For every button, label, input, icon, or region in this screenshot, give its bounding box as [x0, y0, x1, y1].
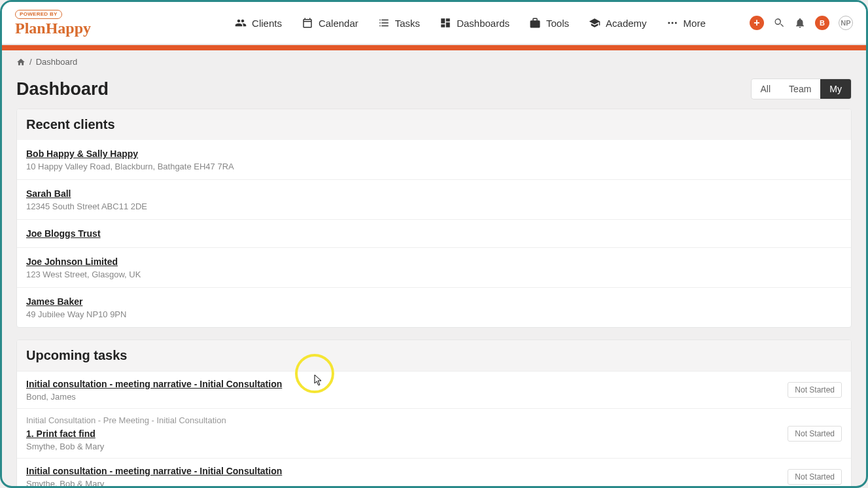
- task-item: Initial consultation - meeting narrative…: [17, 458, 851, 488]
- client-item: Bob Happy & Sally Happy10 Happy Valley R…: [17, 140, 851, 179]
- nav-clients-label: Clients: [252, 18, 282, 29]
- logo[interactable]: POWERED BY PlanHappy: [15, 10, 91, 36]
- task-status: Not Started: [788, 382, 842, 398]
- breadcrumb-separator: /: [29, 57, 32, 67]
- avatar-badge-2[interactable]: NP: [839, 16, 853, 30]
- search-button[interactable]: [773, 17, 785, 29]
- tab-my[interactable]: My: [820, 79, 851, 99]
- tab-team[interactable]: Team: [780, 79, 820, 99]
- header-right: + B NP: [750, 16, 853, 30]
- nav-calendar[interactable]: Calendar: [302, 17, 358, 29]
- recent-clients-panel: Recent clients Bob Happy & Sally Happy10…: [16, 109, 852, 328]
- recent-clients-header: Recent clients: [17, 109, 851, 140]
- page-title: Dashboard: [16, 79, 109, 99]
- search-icon: [773, 17, 785, 29]
- client-name-link[interactable]: Sarah Ball: [26, 188, 71, 199]
- nav-tasks[interactable]: Tasks: [378, 17, 420, 29]
- nav-academy-label: Academy: [606, 18, 647, 29]
- notifications-button[interactable]: [794, 17, 806, 29]
- top-nav: Clients Calendar Tasks Dashboards Tools …: [235, 17, 706, 29]
- task-status: Not Started: [788, 469, 842, 485]
- client-address: 123 West Street, Glasgow, UK: [26, 270, 842, 279]
- bell-icon: [794, 17, 806, 29]
- svg-point-2: [674, 22, 676, 24]
- client-address: 49 Jubilee Way NP10 9PN: [26, 309, 842, 319]
- nav-more-label: More: [684, 18, 706, 29]
- client-address: 12345 South Street ABC11 2DE: [26, 201, 842, 211]
- avatar-badge-1[interactable]: B: [815, 16, 829, 30]
- breadcrumb-current: Dashboard: [36, 57, 78, 67]
- task-link[interactable]: Initial consultation - meeting narrative…: [26, 466, 282, 476]
- task-client: Bond, James: [26, 392, 788, 402]
- nav-academy[interactable]: Academy: [589, 17, 647, 29]
- client-item: Joe Johnson Limited123 West Street, Glas…: [17, 247, 851, 287]
- more-icon: [667, 17, 678, 29]
- svg-point-0: [668, 22, 670, 24]
- upcoming-tasks-panel: Upcoming tasks Initial consultation - me…: [16, 340, 852, 488]
- task-client: Smythe, Bob & Mary: [26, 479, 788, 488]
- nav-dashboards-label: Dashboards: [457, 18, 510, 29]
- nav-tasks-label: Tasks: [395, 18, 420, 29]
- logo-badge: POWERED BY: [15, 10, 62, 19]
- task-client: Smythe, Bob & Mary: [26, 442, 788, 451]
- client-name-link[interactable]: James Baker: [26, 296, 82, 307]
- task-status: Not Started: [788, 426, 842, 442]
- tab-all[interactable]: All: [752, 79, 780, 99]
- accent-strip: [2, 45, 866, 50]
- task-link[interactable]: Initial consultation - meeting narrative…: [26, 379, 282, 389]
- page-title-row: Dashboard All Team My: [2, 73, 866, 109]
- client-item: James Baker49 Jubilee Way NP10 9PN: [17, 287, 851, 327]
- nav-tools[interactable]: Tools: [529, 17, 569, 29]
- task-link[interactable]: 1. Print fact find: [26, 428, 95, 439]
- nav-more[interactable]: More: [667, 17, 706, 29]
- client-name-link[interactable]: Joe Bloggs Trust: [26, 228, 101, 239]
- breadcrumb: / Dashboard: [2, 50, 866, 73]
- tasks-icon: [378, 17, 390, 29]
- app-header: POWERED BY PlanHappy Clients Calendar Ta…: [2, 2, 866, 45]
- academy-icon: [589, 17, 600, 29]
- client-name-link[interactable]: Joe Johnson Limited: [26, 256, 118, 267]
- calendar-icon: [302, 17, 313, 29]
- task-item: Initial Consultation - Pre Meeting - Ini…: [17, 408, 851, 458]
- filter-tabs: All Team My: [751, 78, 852, 99]
- upcoming-tasks-header: Upcoming tasks: [17, 340, 851, 371]
- add-button[interactable]: +: [750, 16, 764, 30]
- tools-icon: [529, 17, 541, 29]
- client-address: 10 Happy Valley Road, Blackburn, Bathgat…: [26, 162, 842, 171]
- nav-tools-label: Tools: [546, 18, 569, 29]
- svg-point-1: [671, 22, 673, 24]
- client-item: Joe Bloggs Trust: [17, 219, 851, 247]
- home-icon[interactable]: [16, 58, 26, 67]
- client-item: Sarah Ball12345 South Street ABC11 2DE: [17, 179, 851, 219]
- task-context: Initial Consultation - Pre Meeting - Ini…: [26, 415, 788, 425]
- nav-calendar-label: Calendar: [319, 18, 358, 29]
- people-icon: [235, 17, 247, 29]
- dashboards-icon: [440, 17, 451, 29]
- task-item: Initial consultation - meeting narrative…: [17, 371, 851, 408]
- nav-dashboards[interactable]: Dashboards: [440, 17, 510, 29]
- client-name-link[interactable]: Bob Happy & Sally Happy: [26, 148, 138, 159]
- logo-text: PlanHappy: [15, 20, 91, 36]
- nav-clients[interactable]: Clients: [235, 17, 282, 29]
